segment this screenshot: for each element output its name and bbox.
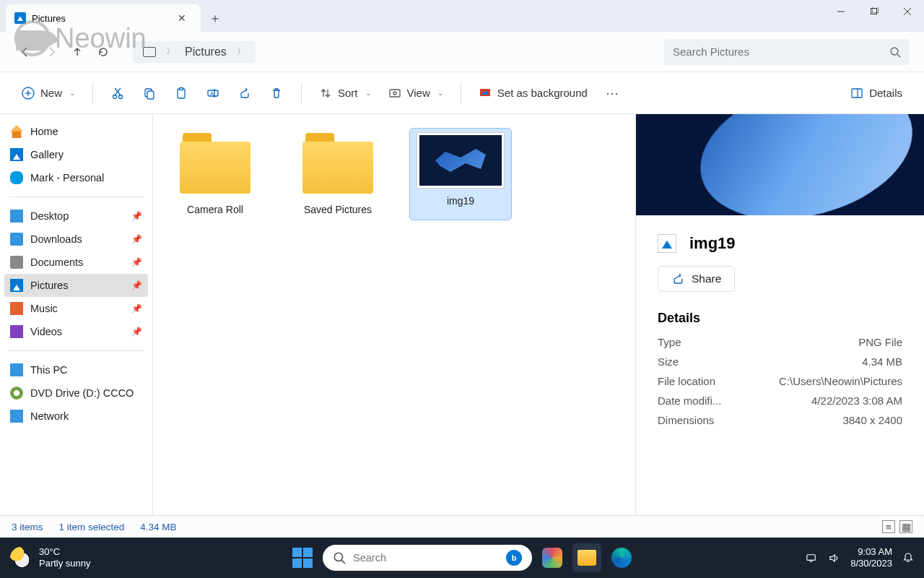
pin-icon[interactable]: 📌 — [131, 234, 142, 244]
taskbar-app-edge[interactable] — [607, 543, 636, 572]
taskbar-search[interactable]: b — [323, 545, 532, 571]
sort-button[interactable]: Sort ⌄ — [312, 80, 378, 106]
delete-button[interactable] — [262, 80, 291, 106]
svg-rect-28 — [807, 554, 815, 560]
sidebar-item-dvd[interactable]: DVD Drive (D:) CCCO — [4, 381, 148, 405]
sidebar-item-home[interactable]: Home — [4, 120, 148, 143]
icons-view-button[interactable]: ▦ — [899, 520, 912, 533]
search-icon — [333, 551, 346, 564]
sidebar-item-music[interactable]: Music📌 — [4, 297, 148, 320]
trash-icon — [270, 87, 283, 100]
sidebar-item-gallery[interactable]: Gallery — [4, 143, 148, 166]
pin-icon[interactable]: 📌 — [131, 280, 142, 290]
new-tab-button[interactable]: ＋ — [201, 4, 230, 32]
details-label: Details — [869, 87, 902, 99]
music-icon — [10, 302, 23, 315]
refresh-button[interactable] — [92, 39, 114, 65]
more-button[interactable]: ⋯ — [598, 80, 627, 106]
file-img19[interactable]: img19 — [410, 129, 511, 220]
share-icon — [671, 272, 684, 285]
item-label: Saved Pictures — [304, 204, 372, 215]
taskbar-app-copilot[interactable] — [538, 543, 567, 572]
minimize-button[interactable] — [824, 0, 858, 23]
separator — [92, 82, 93, 104]
pin-icon[interactable]: 📌 — [131, 257, 142, 267]
pin-icon[interactable]: 📌 — [131, 211, 142, 221]
bing-icon[interactable]: b — [506, 550, 522, 566]
copy-button[interactable] — [135, 80, 164, 106]
rename-button[interactable]: A — [199, 80, 227, 106]
documents-icon — [10, 256, 23, 269]
folder-saved-pictures[interactable]: Saved Pictures — [287, 129, 388, 220]
share-button[interactable]: Share — [658, 266, 735, 292]
new-button[interactable]: New ⌄ — [14, 80, 82, 106]
close-tab-button[interactable]: ✕ — [172, 8, 192, 28]
maximize-button[interactable] — [858, 0, 891, 23]
gallery-icon — [10, 148, 23, 161]
sidebar-item-personal[interactable]: Mark - Personal — [4, 166, 148, 189]
pictures-icon — [10, 279, 23, 292]
sidebar-item-videos[interactable]: Videos📌 — [4, 320, 148, 343]
toolbar: New ⌄ A Sort ⌄ View ⌄ Set as background … — [0, 72, 924, 114]
search-input[interactable] — [673, 46, 884, 58]
details-heading: Details — [658, 311, 902, 326]
svg-text:A: A — [210, 90, 214, 97]
separator — [461, 82, 461, 104]
up-button[interactable] — [66, 39, 88, 65]
paste-button[interactable] — [167, 80, 196, 106]
pin-icon[interactable]: 📌 — [131, 303, 142, 314]
background-icon — [479, 87, 492, 100]
svg-rect-24 — [852, 89, 862, 98]
status-bar: 3 items 1 item selected 4.34 MB ≡ ▦ — [0, 516, 924, 538]
search-box[interactable] — [664, 39, 910, 65]
window-tab[interactable]: Pictures ✕ — [6, 4, 201, 32]
chevron-right-icon[interactable]: 〉 — [237, 46, 245, 58]
sidebar-item-documents[interactable]: Documents📌 — [4, 251, 148, 274]
share-button[interactable] — [230, 80, 259, 106]
cut-button[interactable] — [103, 80, 132, 106]
sidebar-item-downloads[interactable]: Downloads📌 — [4, 228, 148, 251]
item-label: img19 — [447, 195, 474, 207]
breadcrumb[interactable]: 〉 Pictures 〉 — [133, 41, 256, 63]
svg-rect-17 — [180, 87, 183, 90]
svg-point-22 — [393, 92, 396, 95]
start-button[interactable] — [288, 543, 317, 572]
chevron-down-icon: ⌄ — [365, 89, 371, 97]
system-tray: 9:03 AM 8/30/2023 — [806, 546, 914, 569]
status-size: 4.34 MB — [140, 522, 176, 532]
network-tray-icon[interactable] — [806, 552, 818, 564]
set-background-button[interactable]: Set as background — [471, 80, 595, 106]
volume-tray-icon[interactable] — [828, 552, 840, 564]
taskbar-app-explorer[interactable] — [572, 543, 601, 572]
this-pc-icon — [143, 47, 156, 57]
details-view-button[interactable]: ≡ — [882, 520, 895, 533]
clock[interactable]: 9:03 AM 8/30/2023 — [850, 546, 892, 569]
sidebar-item-network[interactable]: Network — [4, 405, 148, 428]
taskbar-search-input[interactable] — [353, 552, 499, 564]
sidebar-item-desktop[interactable]: Desktop📌 — [4, 204, 148, 228]
detail-row-type: TypePNG File — [658, 336, 902, 348]
chevron-down-icon: ⌄ — [437, 89, 443, 97]
weather-widget[interactable]: 30°CPartly sunny — [10, 546, 91, 569]
notifications-icon[interactable] — [902, 552, 914, 564]
view-button[interactable]: View ⌄ — [381, 80, 450, 106]
back-button[interactable] — [14, 39, 36, 65]
breadcrumb-pictures[interactable]: Pictures — [185, 46, 227, 59]
sidebar-item-pictures[interactable]: Pictures📌 — [4, 274, 148, 297]
share-icon — [238, 87, 251, 100]
close-window-button[interactable] — [891, 0, 924, 23]
weather-icon — [10, 547, 32, 569]
window-controls — [824, 0, 924, 32]
chevron-right-icon[interactable]: 〉 — [166, 46, 175, 58]
details-pane: img19 Share Details TypePNG File Size4.3… — [635, 114, 924, 515]
folder-camera-roll[interactable]: Camera Roll — [165, 129, 266, 220]
onedrive-icon — [10, 171, 23, 184]
details-toggle-button[interactable]: Details — [843, 80, 910, 106]
sidebar-item-this-pc[interactable]: This PC — [4, 358, 148, 381]
forward-button[interactable] — [40, 39, 62, 65]
svg-rect-21 — [390, 90, 400, 97]
pin-icon[interactable]: 📌 — [131, 327, 142, 337]
new-label: New — [40, 87, 62, 99]
file-content-area[interactable]: Camera Roll Saved Pictures img19 — [153, 114, 635, 515]
sort-label: Sort — [338, 87, 358, 99]
